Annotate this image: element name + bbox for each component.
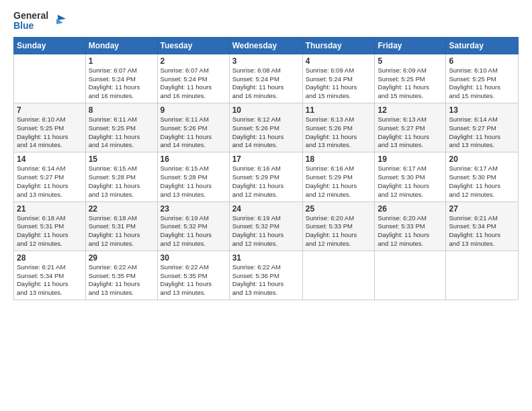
- logo: General Blue: [13, 11, 66, 32]
- calendar-cell: 31Sunrise: 6:22 AM Sunset: 5:36 PM Dayli…: [229, 250, 302, 300]
- day-info: Sunrise: 6:21 AM Sunset: 5:34 PM Dayligh…: [449, 214, 515, 248]
- calendar-cell: 25Sunrise: 6:20 AM Sunset: 5:33 PM Dayli…: [302, 201, 375, 250]
- day-number: 24: [232, 204, 300, 214]
- calendar-cell: 22Sunrise: 6:18 AM Sunset: 5:31 PM Dayli…: [85, 201, 157, 250]
- calendar-cell: 24Sunrise: 6:19 AM Sunset: 5:32 PM Dayli…: [229, 201, 302, 250]
- day-number: 6: [449, 56, 515, 66]
- day-info: Sunrise: 6:20 AM Sunset: 5:33 PM Dayligh…: [306, 214, 372, 248]
- day-number: 22: [89, 204, 154, 214]
- logo-text: General Blue: [13, 11, 66, 32]
- calendar-cell: 23Sunrise: 6:19 AM Sunset: 5:32 PM Dayli…: [157, 201, 229, 250]
- day-info: Sunrise: 6:15 AM Sunset: 5:28 PM Dayligh…: [89, 165, 154, 199]
- day-number: 17: [232, 154, 300, 164]
- calendar-cell: 7Sunrise: 6:10 AM Sunset: 5:25 PM Daylig…: [14, 103, 86, 152]
- calendar-cell: 8Sunrise: 6:11 AM Sunset: 5:25 PM Daylig…: [85, 103, 157, 152]
- calendar-cell: 3Sunrise: 6:08 AM Sunset: 5:24 PM Daylig…: [229, 54, 302, 103]
- calendar-week-row: 7Sunrise: 6:10 AM Sunset: 5:25 PM Daylig…: [14, 103, 519, 152]
- day-number: 27: [449, 204, 515, 214]
- day-info: Sunrise: 6:09 AM Sunset: 5:25 PM Dayligh…: [378, 66, 443, 101]
- calendar-cell: 9Sunrise: 6:11 AM Sunset: 5:26 PM Daylig…: [157, 103, 229, 152]
- calendar-cell: 2Sunrise: 6:07 AM Sunset: 5:24 PM Daylig…: [157, 54, 229, 103]
- day-info: Sunrise: 6:18 AM Sunset: 5:31 PM Dayligh…: [89, 214, 154, 248]
- day-info: Sunrise: 6:17 AM Sunset: 5:30 PM Dayligh…: [378, 165, 443, 199]
- day-info: Sunrise: 6:11 AM Sunset: 5:25 PM Dayligh…: [89, 116, 154, 150]
- calendar-cell: 1Sunrise: 6:07 AM Sunset: 5:24 PM Daylig…: [85, 54, 157, 103]
- weekday-header: Monday: [85, 37, 157, 54]
- day-number: 20: [449, 154, 515, 164]
- day-info: Sunrise: 6:13 AM Sunset: 5:26 PM Dayligh…: [306, 116, 372, 150]
- day-number: 16: [161, 154, 226, 164]
- svg-marker-0: [58, 15, 66, 20]
- day-info: Sunrise: 6:13 AM Sunset: 5:27 PM Dayligh…: [378, 116, 443, 150]
- calendar-cell: 15Sunrise: 6:15 AM Sunset: 5:28 PM Dayli…: [85, 152, 157, 201]
- calendar-cell: 26Sunrise: 6:20 AM Sunset: 5:33 PM Dayli…: [375, 201, 446, 250]
- calendar-week-row: 1Sunrise: 6:07 AM Sunset: 5:24 PM Daylig…: [14, 54, 519, 103]
- page: General Blue SundayMondayTuesdayWednesda…: [0, 0, 532, 411]
- day-info: Sunrise: 6:21 AM Sunset: 5:34 PM Dayligh…: [17, 263, 83, 298]
- calendar-cell: 28Sunrise: 6:21 AM Sunset: 5:34 PM Dayli…: [14, 250, 86, 300]
- day-info: Sunrise: 6:07 AM Sunset: 5:24 PM Dayligh…: [89, 66, 154, 101]
- day-number: 15: [89, 154, 154, 164]
- day-info: Sunrise: 6:19 AM Sunset: 5:32 PM Dayligh…: [232, 214, 300, 248]
- day-number: 30: [161, 253, 226, 263]
- day-number: 2: [161, 56, 226, 66]
- day-number: 10: [232, 105, 300, 115]
- calendar-week-row: 28Sunrise: 6:21 AM Sunset: 5:34 PM Dayli…: [14, 250, 519, 300]
- logo-bird-icon: [51, 13, 66, 28]
- day-number: 28: [17, 253, 83, 263]
- calendar-week-row: 21Sunrise: 6:18 AM Sunset: 5:31 PM Dayli…: [14, 201, 519, 250]
- day-info: Sunrise: 6:09 AM Sunset: 5:24 PM Dayligh…: [306, 66, 372, 101]
- calendar-cell: 13Sunrise: 6:14 AM Sunset: 5:27 PM Dayli…: [446, 103, 519, 152]
- calendar-cell: 16Sunrise: 6:15 AM Sunset: 5:28 PM Dayli…: [157, 152, 229, 201]
- calendar-cell: 19Sunrise: 6:17 AM Sunset: 5:30 PM Dayli…: [375, 152, 446, 201]
- calendar-cell: 18Sunrise: 6:16 AM Sunset: 5:29 PM Dayli…: [302, 152, 375, 201]
- calendar-cell: 12Sunrise: 6:13 AM Sunset: 5:27 PM Dayli…: [375, 103, 446, 152]
- day-number: 5: [378, 56, 443, 66]
- day-number: 26: [378, 204, 443, 214]
- day-info: Sunrise: 6:16 AM Sunset: 5:29 PM Dayligh…: [232, 165, 300, 199]
- day-info: Sunrise: 6:07 AM Sunset: 5:24 PM Dayligh…: [161, 66, 226, 101]
- day-info: Sunrise: 6:10 AM Sunset: 5:25 PM Dayligh…: [449, 66, 515, 101]
- day-number: 18: [306, 154, 372, 164]
- calendar-cell: [14, 54, 86, 103]
- calendar-header-row: SundayMondayTuesdayWednesdayThursdayFrid…: [14, 37, 519, 54]
- day-info: Sunrise: 6:08 AM Sunset: 5:24 PM Dayligh…: [232, 66, 300, 101]
- calendar-cell: 29Sunrise: 6:22 AM Sunset: 5:35 PM Dayli…: [85, 250, 157, 300]
- day-info: Sunrise: 6:19 AM Sunset: 5:32 PM Dayligh…: [161, 214, 226, 248]
- day-number: 13: [449, 105, 515, 115]
- calendar-cell: [375, 250, 446, 300]
- day-info: Sunrise: 6:22 AM Sunset: 5:35 PM Dayligh…: [89, 263, 154, 298]
- weekday-header: Friday: [375, 37, 446, 54]
- day-info: Sunrise: 6:22 AM Sunset: 5:36 PM Dayligh…: [232, 263, 300, 298]
- calendar-cell: 30Sunrise: 6:22 AM Sunset: 5:35 PM Dayli…: [157, 250, 229, 300]
- calendar-cell: [302, 250, 375, 300]
- calendar-cell: 17Sunrise: 6:16 AM Sunset: 5:29 PM Dayli…: [229, 152, 302, 201]
- day-number: 21: [17, 204, 83, 214]
- weekday-header: Tuesday: [157, 37, 229, 54]
- day-info: Sunrise: 6:18 AM Sunset: 5:31 PM Dayligh…: [17, 214, 83, 248]
- day-number: 8: [89, 105, 154, 115]
- day-number: 1: [89, 56, 154, 66]
- day-info: Sunrise: 6:11 AM Sunset: 5:26 PM Dayligh…: [161, 116, 226, 150]
- calendar-cell: [446, 250, 519, 300]
- calendar-cell: 11Sunrise: 6:13 AM Sunset: 5:26 PM Dayli…: [302, 103, 375, 152]
- calendar-cell: 6Sunrise: 6:10 AM Sunset: 5:25 PM Daylig…: [446, 54, 519, 103]
- day-number: 23: [161, 204, 226, 214]
- calendar-cell: 5Sunrise: 6:09 AM Sunset: 5:25 PM Daylig…: [375, 54, 446, 103]
- header: General Blue: [13, 11, 519, 32]
- day-info: Sunrise: 6:15 AM Sunset: 5:28 PM Dayligh…: [161, 165, 226, 199]
- day-info: Sunrise: 6:14 AM Sunset: 5:27 PM Dayligh…: [17, 165, 83, 199]
- day-number: 19: [378, 154, 443, 164]
- day-info: Sunrise: 6:17 AM Sunset: 5:30 PM Dayligh…: [449, 165, 515, 199]
- day-number: 31: [232, 253, 300, 263]
- calendar-cell: 14Sunrise: 6:14 AM Sunset: 5:27 PM Dayli…: [14, 152, 86, 201]
- day-number: 11: [306, 105, 372, 115]
- day-info: Sunrise: 6:10 AM Sunset: 5:25 PM Dayligh…: [17, 116, 83, 150]
- calendar-week-row: 14Sunrise: 6:14 AM Sunset: 5:27 PM Dayli…: [14, 152, 519, 201]
- calendar-cell: 10Sunrise: 6:12 AM Sunset: 5:26 PM Dayli…: [229, 103, 302, 152]
- day-info: Sunrise: 6:16 AM Sunset: 5:29 PM Dayligh…: [306, 165, 372, 199]
- calendar-table: SundayMondayTuesdayWednesdayThursdayFrid…: [13, 37, 519, 300]
- calendar-cell: 27Sunrise: 6:21 AM Sunset: 5:34 PM Dayli…: [446, 201, 519, 250]
- day-number: 3: [232, 56, 300, 66]
- weekday-header: Thursday: [302, 37, 375, 54]
